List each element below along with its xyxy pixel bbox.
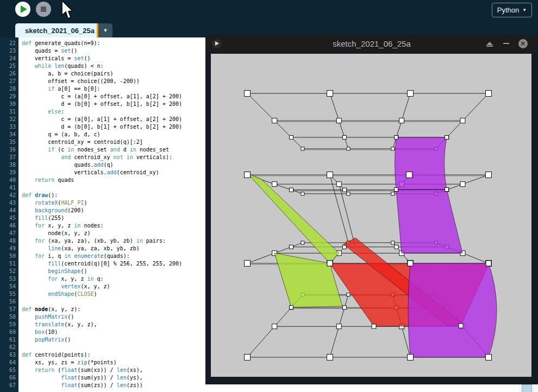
sketch-app-icon — [212, 39, 221, 48]
node-box — [245, 91, 251, 97]
quad-purple-bottom — [408, 263, 497, 357]
line-number: 25 — [0, 62, 16, 70]
minimize-button[interactable] — [499, 35, 513, 52]
editor-scrollbar[interactable] — [519, 384, 535, 392]
node-box — [391, 147, 395, 150]
code-line: and centroid_xy not in verticals): — [22, 154, 182, 161]
node-box — [301, 147, 304, 150]
code-line: vertex(x, y, z) — [22, 283, 182, 290]
node-box-front — [408, 355, 414, 361]
line-number: 55 — [0, 290, 16, 298]
node-box-front — [445, 136, 449, 140]
code-line: line(xa, ya, za, xb, yb, zb) — [22, 245, 182, 252]
eject-icon — [486, 42, 493, 45]
quad-purple-top — [395, 137, 447, 189]
play-icon — [215, 41, 219, 46]
line-numbers: 2223242526272829303132333435363738394041… — [0, 40, 16, 389]
chevron-down-icon: ▼ — [522, 8, 527, 12]
line-number: 38 — [0, 161, 16, 169]
node-box — [245, 261, 251, 267]
code-line — [22, 184, 182, 192]
toolbar: Python ▼ sketch_2021_06_25a ▼ — [0, 0, 538, 37]
code-line: else: — [22, 108, 182, 116]
stop-icon — [41, 7, 46, 12]
play-icon — [21, 5, 27, 13]
mode-label: Python — [497, 6, 519, 14]
node-box — [391, 241, 395, 244]
line-number: 58 — [0, 313, 16, 321]
line-number: 47 — [0, 230, 16, 237]
maximize-button[interactable] — [483, 35, 497, 52]
node-box — [347, 192, 350, 195]
scrollbar-thumb[interactable] — [522, 384, 532, 392]
close-button[interactable]: ✕ — [516, 35, 530, 52]
line-number: 64 — [0, 359, 16, 366]
code-line: box(10) — [22, 328, 182, 336]
code-line: xs, ys, zs = zip(*points) — [22, 359, 182, 366]
node-box — [301, 241, 304, 244]
tab-dropdown-button[interactable]: ▼ — [98, 23, 112, 37]
code-line: c = (a[0] + offset, a[1], a[2] + 200) — [22, 93, 182, 100]
code-line: for (xa, ya, za), (xb, yb, zb) in pairs: — [22, 237, 182, 245]
code-line: for i, q in enumerate(quads): — [22, 252, 182, 260]
node-box-front — [486, 355, 492, 361]
eject-icon-bar — [486, 46, 493, 47]
code-line: translate(x, y, z), — [22, 321, 182, 328]
node-box-front — [408, 261, 413, 266]
code-line — [22, 344, 182, 351]
close-icon: ✕ — [518, 39, 528, 48]
code-line: for x, y, z in nodes: — [22, 222, 182, 230]
node-box — [399, 118, 404, 123]
code-line: a, b = choice(pairs) — [22, 70, 182, 78]
code-line: quads.add(q) — [22, 161, 182, 169]
line-number: 67 — [0, 382, 16, 389]
sketch-window: sketch_2021_06_25a ✕ — [205, 35, 538, 384]
line-number: 63 — [0, 351, 16, 359]
node-box — [486, 91, 492, 97]
code-line: background(200) — [22, 207, 182, 214]
editor-code[interactable]: def generate_quads(n=9): quads = set() v… — [22, 40, 182, 389]
run-button[interactable] — [15, 2, 30, 17]
node-box-front — [245, 172, 251, 178]
mode-selector-button[interactable]: Python ▼ — [492, 3, 532, 17]
node-box — [272, 118, 277, 123]
line-number: 37 — [0, 154, 16, 161]
code-line: offset = choice((200, -200)) — [22, 78, 182, 85]
node-box — [289, 188, 293, 192]
sketch-window-titlebar[interactable]: sketch_2021_06_25a ✕ — [205, 35, 538, 52]
node-box — [460, 118, 465, 123]
code-line: rotateX(HALF_PI) — [22, 199, 182, 207]
node-box — [342, 135, 346, 139]
code-line: pushMatrix() — [22, 313, 182, 321]
node-box-front — [486, 261, 491, 266]
line-number: 62 — [0, 344, 16, 351]
line-number: 41 — [0, 184, 16, 192]
line-number: 54 — [0, 283, 16, 290]
line-number: 27 — [0, 78, 16, 85]
node-box — [408, 91, 414, 97]
node-box — [395, 245, 398, 249]
line-number: 45 — [0, 214, 16, 222]
node-box — [327, 172, 333, 178]
node-box-front — [290, 306, 293, 309]
line-number: 57 — [0, 306, 16, 313]
stop-button[interactable] — [36, 2, 51, 17]
line-number: 59 — [0, 321, 16, 328]
line-number: 66 — [0, 374, 16, 382]
code-line: verticals.add(centroid_xy) — [22, 169, 182, 176]
code-line: def centroid(points): — [22, 351, 182, 359]
node-box — [342, 306, 346, 309]
node-box — [272, 324, 277, 329]
code-line: return quads — [22, 176, 182, 184]
code-line: d = (b[0], b[1] + offset, b[2] + 200) — [22, 123, 182, 131]
node-box — [336, 182, 341, 187]
line-number-gutter: 2223242526272829303132333435363738394041… — [0, 37, 18, 392]
line-number: 49 — [0, 245, 16, 252]
line-number: 50 — [0, 252, 16, 260]
line-number: 43 — [0, 199, 16, 207]
code-line: centroid_xy = centroid(q)[:2] — [22, 138, 182, 146]
tab-sketch[interactable]: sketch_2021_06_25a — [15, 23, 104, 37]
node-box — [391, 192, 395, 195]
line-number: 52 — [0, 268, 16, 275]
code-line: def draw(): — [22, 192, 182, 199]
